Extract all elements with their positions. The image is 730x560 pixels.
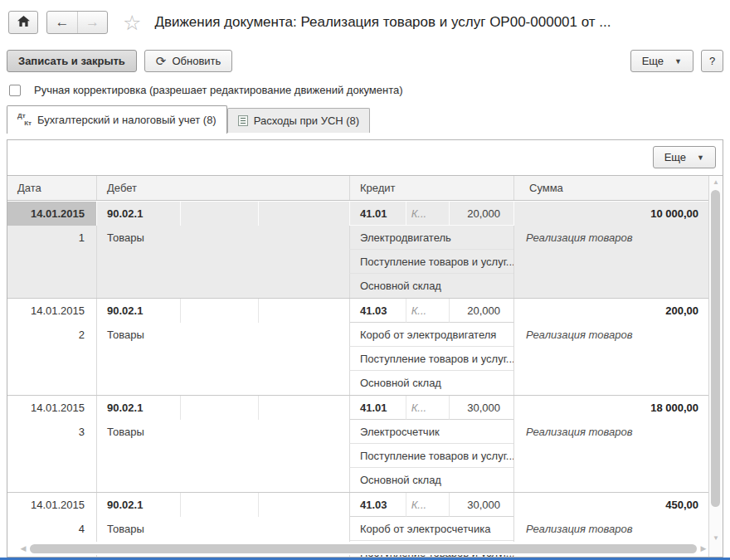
debit-empty-1[interactable] xyxy=(180,299,259,323)
cell-date[interactable]: 14.01.2015 xyxy=(7,396,96,420)
favorite-star-icon[interactable]: ☆ xyxy=(123,12,141,33)
cell-empty[interactable] xyxy=(96,468,349,492)
cell-date[interactable]: 14.01.2015 xyxy=(7,493,96,517)
cell-amount[interactable]: 200,00 xyxy=(513,299,708,323)
column-header-debit[interactable]: Дебет xyxy=(96,176,349,200)
cell-empty[interactable] xyxy=(7,371,96,395)
cell-credit-account-group[interactable]: 41.01 К... 20,000 xyxy=(349,202,513,226)
credit-subconto-3[interactable]: Основной склад xyxy=(349,468,513,492)
cell-debit-account-group[interactable]: 90.02.1 xyxy=(96,493,349,517)
credit-subconto-1[interactable]: Электродвигатель xyxy=(349,226,513,250)
debit-empty-2[interactable] xyxy=(258,202,349,226)
credit-subconto-2[interactable]: Поступление товаров и услуг... xyxy=(349,250,513,274)
debit-empty-1[interactable] xyxy=(180,396,259,420)
column-header-credit[interactable]: Кредит xyxy=(349,176,513,200)
credit-kind[interactable]: К... xyxy=(406,493,450,517)
cell-empty[interactable] xyxy=(7,444,96,468)
debit-subconto[interactable]: Товары xyxy=(96,323,349,347)
cell-credit-account-group[interactable]: 41.01 К... 30,000 xyxy=(349,396,513,420)
credit-quantity[interactable]: 30,000 xyxy=(449,396,513,420)
help-button[interactable]: ? xyxy=(701,50,723,72)
debit-empty-1[interactable] xyxy=(180,493,259,517)
scroll-down-icon[interactable]: ▼ xyxy=(709,534,723,542)
debit-subconto[interactable]: Товары xyxy=(96,420,349,444)
scroll-up-icon[interactable]: ▲ xyxy=(709,178,723,186)
cell-credit-account-group[interactable]: 41.03 К... 20,000 xyxy=(349,299,513,323)
credit-quantity[interactable]: 30,000 xyxy=(449,493,513,517)
cell-comment[interactable]: Реализация товаров xyxy=(513,420,708,444)
debit-account[interactable]: 90.02.1 xyxy=(97,493,180,517)
tab-accounting[interactable]: Дт Кт Бухгалтерский и налоговый учет (8) xyxy=(7,105,227,134)
credit-kind[interactable]: К... xyxy=(406,202,450,226)
horizontal-scrollbar-thumb[interactable] xyxy=(30,544,697,553)
tab-usn-expenses[interactable]: Расходы при УСН (8) xyxy=(227,108,371,133)
vertical-scrollbar-thumb[interactable] xyxy=(711,190,720,507)
cell-empty[interactable] xyxy=(513,274,708,298)
debit-account[interactable]: 90.02.1 xyxy=(97,299,180,323)
credit-subconto-1[interactable]: Электросчетчик xyxy=(349,420,513,444)
cell-empty[interactable] xyxy=(96,250,349,274)
back-button[interactable]: ← xyxy=(47,12,77,33)
cell-empty[interactable] xyxy=(513,250,708,274)
cell-credit-account-group[interactable]: 41.03 К... 30,000 xyxy=(349,493,513,517)
manual-correction-checkbox[interactable] xyxy=(9,85,21,96)
cell-empty[interactable] xyxy=(96,444,349,468)
cell-date[interactable]: 14.01.2015 xyxy=(7,202,96,226)
cell-empty[interactable] xyxy=(7,274,96,298)
cell-comment[interactable]: Реализация товаров xyxy=(513,226,708,250)
cell-amount[interactable]: 10 000,00 xyxy=(513,202,708,226)
cell-empty[interactable] xyxy=(7,250,96,274)
column-header-sum[interactable]: Сумма xyxy=(513,176,708,200)
debit-account[interactable]: 90.02.1 xyxy=(97,396,180,420)
credit-account[interactable]: 41.01 xyxy=(350,202,406,226)
credit-kind[interactable]: К... xyxy=(406,396,450,420)
save-and-close-button[interactable]: Записать и закрыть xyxy=(7,50,137,72)
scroll-left-icon[interactable]: ◀ xyxy=(19,544,27,553)
cell-empty[interactable] xyxy=(96,274,349,298)
cell-row-number[interactable]: 3 xyxy=(7,420,96,444)
cell-empty[interactable] xyxy=(513,468,708,492)
debit-empty-1[interactable] xyxy=(180,202,259,226)
credit-account[interactable]: 41.03 xyxy=(350,299,406,323)
column-header-date[interactable]: Дата xyxy=(7,176,96,200)
cell-row-number[interactable]: 2 xyxy=(7,323,96,347)
credit-account[interactable]: 41.03 xyxy=(350,493,406,517)
cell-date[interactable]: 14.01.2015 xyxy=(7,299,96,323)
toolbar-more-button[interactable]: Еще ▼ xyxy=(630,50,694,72)
table-record[interactable]: 14.01.2015 90.02.1 41.03 К... 20,000 200… xyxy=(7,299,708,396)
forward-button[interactable]: → xyxy=(77,12,107,33)
cell-comment[interactable]: Реализация товаров xyxy=(513,323,708,347)
cell-empty[interactable] xyxy=(7,468,96,492)
credit-subconto-1[interactable]: Короб от электросчетчика xyxy=(349,517,513,541)
cell-empty[interactable] xyxy=(96,371,349,395)
cell-empty[interactable] xyxy=(513,444,708,468)
vertical-scrollbar[interactable]: ▲ ▼ xyxy=(708,176,723,557)
cell-amount[interactable]: 18 000,00 xyxy=(513,396,708,420)
debit-empty-2[interactable] xyxy=(258,493,349,517)
cell-empty[interactable] xyxy=(96,347,349,371)
credit-quantity[interactable]: 20,000 xyxy=(449,299,513,323)
credit-subconto-3[interactable]: Основной склад xyxy=(349,274,513,298)
cell-comment[interactable]: Реализация товаров xyxy=(513,517,708,541)
credit-kind[interactable]: К... xyxy=(406,299,450,323)
table-more-button[interactable]: Еще ▼ xyxy=(653,146,716,168)
table-record[interactable]: 14.01.2015 90.02.1 41.01 К... 20,000 10 … xyxy=(7,202,708,299)
debit-subconto[interactable]: Товары xyxy=(96,517,349,541)
cell-amount[interactable]: 450,00 xyxy=(513,493,708,517)
cell-row-number[interactable]: 4 xyxy=(7,517,96,541)
refresh-button[interactable]: ⟳ Обновить xyxy=(144,50,232,72)
debit-empty-2[interactable] xyxy=(258,396,349,420)
cell-debit-account-group[interactable]: 90.02.1 xyxy=(96,396,349,420)
debit-subconto[interactable]: Товары xyxy=(96,226,349,250)
credit-subconto-2[interactable]: Поступление товаров и услуг... xyxy=(349,347,513,371)
credit-subconto-1[interactable]: Короб от электродвигателя xyxy=(349,323,513,347)
credit-subconto-2[interactable]: Поступление товаров и услуг... xyxy=(349,444,513,468)
cell-debit-account-group[interactable]: 90.02.1 xyxy=(96,202,349,226)
cell-row-number[interactable]: 1 xyxy=(7,226,96,250)
credit-subconto-3[interactable]: Основной склад xyxy=(349,371,513,395)
debit-account[interactable]: 90.02.1 xyxy=(97,202,180,226)
cell-empty[interactable] xyxy=(7,347,96,371)
scroll-right-icon[interactable]: ▶ xyxy=(699,544,708,553)
credit-account[interactable]: 41.01 xyxy=(350,396,406,420)
credit-quantity[interactable]: 20,000 xyxy=(449,202,513,226)
